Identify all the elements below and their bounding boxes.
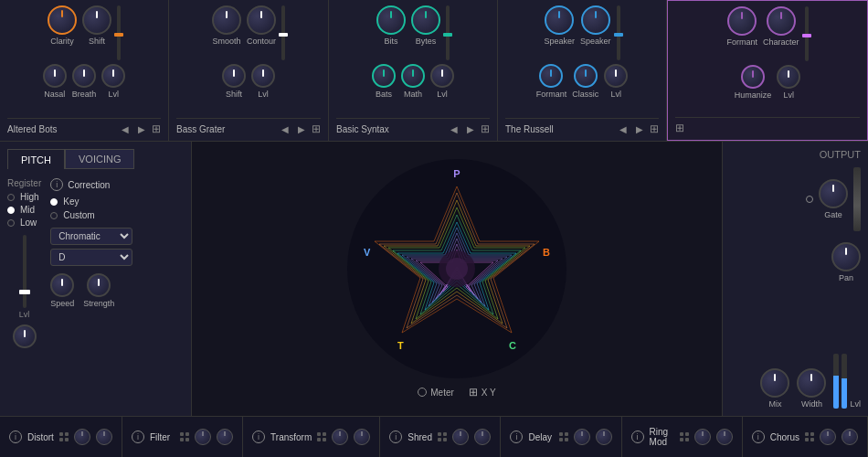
voicing-tab[interactable]: VOICING bbox=[65, 149, 134, 169]
speaker2-knob[interactable] bbox=[581, 5, 610, 35]
pitch-tab[interactable]: PITCH bbox=[7, 149, 65, 169]
preset1-prev-btn[interactable]: ◀ bbox=[119, 123, 132, 135]
bits-knob[interactable] bbox=[376, 5, 406, 35]
preset4-lvl-knob[interactable] bbox=[604, 64, 628, 88]
low-radio[interactable] bbox=[7, 219, 15, 227]
delay-knob1[interactable] bbox=[574, 429, 590, 445]
filter-knob1[interactable] bbox=[195, 429, 211, 445]
key-select[interactable]: D C E bbox=[50, 249, 132, 266]
preset5-lvl-slider[interactable] bbox=[805, 6, 809, 61]
register-low[interactable]: Low bbox=[7, 218, 41, 228]
distort-knob1[interactable] bbox=[74, 429, 90, 445]
chorus-knob1[interactable] bbox=[820, 429, 836, 445]
shift2-knob[interactable] bbox=[222, 64, 246, 88]
preset4-mixer-btn[interactable]: ⊞ bbox=[650, 122, 659, 135]
filter-knob2[interactable] bbox=[217, 429, 233, 445]
chorus-grid-icon[interactable] bbox=[805, 432, 814, 441]
classic-knob[interactable] bbox=[574, 64, 598, 88]
formant1-knob[interactable] bbox=[539, 64, 563, 88]
character-knob[interactable] bbox=[767, 6, 796, 36]
nasal-knob[interactable] bbox=[43, 64, 67, 88]
custom-radio[interactable] bbox=[50, 212, 58, 219]
shred-info-icon[interactable]: i bbox=[389, 430, 402, 443]
distort-info-icon[interactable]: i bbox=[9, 430, 22, 443]
preset1-mixer-btn[interactable]: ⊞ bbox=[152, 122, 161, 135]
high-radio[interactable] bbox=[7, 194, 15, 201]
preset4-lvl-label: Lvl bbox=[611, 90, 622, 99]
key-radio[interactable] bbox=[50, 198, 58, 206]
transform-knob2[interactable] bbox=[354, 429, 370, 445]
ringmod-knob1[interactable] bbox=[694, 429, 711, 445]
mid-radio[interactable] bbox=[7, 207, 15, 214]
preset2-next-btn[interactable]: ▶ bbox=[295, 123, 308, 135]
chorus-info-icon[interactable]: i bbox=[752, 430, 765, 443]
distort-grid-icon[interactable] bbox=[59, 432, 69, 441]
preset5-lvl-knob[interactable] bbox=[777, 65, 800, 89]
breath-knob[interactable] bbox=[72, 64, 96, 88]
delay-info-icon[interactable]: i bbox=[510, 430, 523, 443]
speaker1-knob[interactable] bbox=[545, 5, 574, 35]
shred-grid-icon[interactable] bbox=[438, 432, 447, 441]
preset3-mixer-btn[interactable]: ⊞ bbox=[481, 122, 490, 135]
math-knob[interactable] bbox=[401, 64, 425, 88]
key-mode-custom[interactable]: Custom bbox=[50, 210, 184, 220]
formant2-knob[interactable] bbox=[727, 6, 757, 36]
preset2-lvl-slider[interactable] bbox=[281, 5, 285, 60]
ringmod-knob2[interactable] bbox=[716, 429, 733, 445]
chromatic-select[interactable]: Chromatic Major Minor bbox=[50, 228, 132, 245]
key-mode-key[interactable]: Key bbox=[50, 197, 184, 207]
strength-knob[interactable] bbox=[87, 273, 111, 297]
gate-knob[interactable] bbox=[819, 179, 848, 208]
preset3-footer: Basic Syntax ◀ ▶ ⊞ bbox=[336, 118, 490, 135]
delay-knob2[interactable] bbox=[596, 429, 612, 445]
speed-knob[interactable] bbox=[50, 273, 74, 297]
pan-knob[interactable] bbox=[831, 242, 861, 271]
mix-knob[interactable] bbox=[760, 368, 789, 398]
contour-knob[interactable] bbox=[247, 5, 276, 35]
register-lvl-slider[interactable] bbox=[23, 235, 26, 308]
preset4-next-btn[interactable]: ▶ bbox=[633, 123, 646, 135]
clarity-knob[interactable] bbox=[48, 5, 77, 35]
register-high[interactable]: High bbox=[7, 192, 41, 202]
ringmod-info-icon[interactable]: i bbox=[631, 430, 644, 443]
bottom-fx-strip: i Distort i Filter i Transform bbox=[0, 416, 868, 457]
register-mid[interactable]: Mid bbox=[7, 205, 41, 215]
delay-grid-icon[interactable] bbox=[559, 432, 568, 441]
output-lvl-bar1[interactable] bbox=[833, 354, 839, 409]
preset2-lvl-knob[interactable] bbox=[251, 64, 275, 88]
preset3-prev-btn[interactable]: ◀ bbox=[448, 123, 460, 135]
transform-grid-icon[interactable] bbox=[317, 432, 326, 441]
chorus-knob2[interactable] bbox=[842, 429, 858, 445]
correction-label: Correction bbox=[68, 180, 110, 190]
transform-info-icon[interactable]: i bbox=[252, 430, 265, 443]
bats-knob[interactable] bbox=[372, 64, 396, 88]
xy-btn[interactable]: ⊞ X Y bbox=[469, 386, 496, 399]
ringmod-grid-icon[interactable] bbox=[680, 432, 689, 441]
shift-knob[interactable] bbox=[82, 5, 111, 35]
preset2-mixer-btn[interactable]: ⊞ bbox=[312, 122, 321, 135]
transform-knob1[interactable] bbox=[332, 429, 348, 445]
correction-info-icon[interactable]: i bbox=[50, 178, 63, 191]
filter-grid-icon[interactable] bbox=[180, 432, 189, 441]
shred-knob1[interactable] bbox=[452, 429, 469, 445]
preset3-lvl-slider[interactable] bbox=[446, 5, 450, 60]
preset1-lvl-knob[interactable] bbox=[101, 64, 125, 88]
width-knob[interactable] bbox=[797, 368, 826, 398]
distort-knob2[interactable] bbox=[96, 429, 112, 445]
preset4-prev-btn[interactable]: ◀ bbox=[617, 123, 630, 135]
preset1-next-btn[interactable]: ▶ bbox=[135, 123, 148, 135]
meter-btn[interactable]: Meter bbox=[418, 388, 454, 398]
preset4-lvl-slider[interactable] bbox=[617, 5, 620, 60]
filter-info-icon[interactable]: i bbox=[132, 430, 144, 443]
output-lvl-bar2[interactable] bbox=[842, 354, 847, 409]
smooth-knob[interactable] bbox=[212, 5, 241, 35]
preset2-prev-btn[interactable]: ◀ bbox=[279, 123, 291, 135]
shred-knob2[interactable] bbox=[474, 429, 491, 445]
humanize-knob[interactable] bbox=[741, 65, 765, 89]
bytes-knob[interactable] bbox=[411, 5, 440, 35]
preset3-lvl-knob[interactable] bbox=[430, 64, 454, 88]
preset5-mixer-btn[interactable]: ⊞ bbox=[675, 122, 684, 134]
preset1-lvl-slider[interactable] bbox=[117, 5, 121, 60]
preset3-next-btn[interactable]: ▶ bbox=[464, 123, 477, 135]
register-lvl-knob[interactable] bbox=[13, 324, 37, 348]
